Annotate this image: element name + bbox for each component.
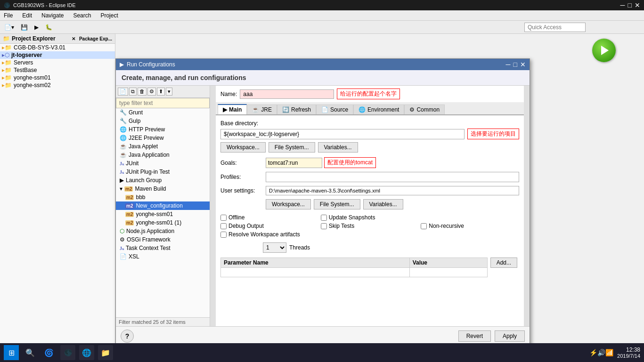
config-item-http[interactable]: 🌐 HTTP Preview bbox=[116, 125, 210, 134]
workspace-btn-1[interactable]: Workspace... bbox=[220, 142, 266, 153]
config-item-yonghe-ssm01-1[interactable]: m2 yonghe-ssm01 (1) bbox=[116, 218, 210, 227]
left-scrollbar[interactable] bbox=[210, 86, 216, 326]
base-directory-input[interactable] bbox=[220, 129, 465, 139]
new-btn[interactable]: 📄▾ bbox=[2, 23, 16, 32]
nodejs-icon: ⬡ bbox=[120, 228, 124, 234]
config-item-new-configuration[interactable]: m2 New_configuration bbox=[116, 201, 210, 210]
config-item-junit-plugin[interactable]: Jᵤ JUnit Plug-in Test bbox=[116, 168, 210, 176]
revert-btn[interactable]: Revert bbox=[458, 330, 491, 342]
tree-item-servers[interactable]: ▸📁 Servers bbox=[0, 59, 115, 66]
dialog-close-icon[interactable]: ✕ bbox=[520, 61, 526, 68]
run-toolbar-btn[interactable]: ▶ bbox=[32, 23, 41, 32]
menu-edit[interactable]: Edit bbox=[20, 11, 34, 20]
yonghe-ssm01-m2-icon: m2 bbox=[125, 212, 134, 217]
filter-btn[interactable]: ⚙ bbox=[147, 88, 156, 96]
tab-jre[interactable]: ☕ JRE bbox=[247, 105, 277, 114]
variables-btn-2[interactable]: Variables... bbox=[363, 199, 403, 209]
tree-item-yonghe1[interactable]: ▸📁 yonghe-ssm01 bbox=[0, 74, 115, 81]
config-item-maven-build[interactable]: ▾ m2 Maven Build bbox=[116, 185, 210, 193]
collapse-btn[interactable]: ⬆ bbox=[157, 88, 165, 96]
tree-item-jt[interactable]: ▸⬡ jt-logserver bbox=[0, 51, 115, 59]
folder-icon-yonghe2: ▸📁 bbox=[2, 82, 12, 88]
start-button[interactable]: ⊞ bbox=[4, 345, 19, 360]
variables-btn-1[interactable]: Variables... bbox=[318, 142, 358, 153]
offline-check[interactable] bbox=[220, 215, 227, 221]
help-btn[interactable]: ? bbox=[121, 330, 134, 343]
config-item-yonghe-ssm01[interactable]: m2 yonghe-ssm01 bbox=[116, 210, 210, 218]
folder-taskbar-btn[interactable]: 📁 bbox=[98, 345, 113, 360]
debug-output-checkbox[interactable]: Debug Output bbox=[220, 223, 319, 229]
chrome-taskbar-btn[interactable]: 🌐 bbox=[79, 345, 94, 360]
sidebar-close-icon[interactable]: ✕ bbox=[72, 36, 75, 41]
delete-config-btn[interactable]: 🗑 bbox=[138, 88, 147, 96]
config-item-java-applet[interactable]: ☕ Java Applet bbox=[116, 142, 210, 151]
right-scrollbar[interactable] bbox=[524, 86, 530, 326]
new-config-btn[interactable]: 📄 bbox=[118, 88, 128, 96]
tab-main[interactable]: ▶ Main bbox=[218, 104, 247, 114]
sidebar-tab2[interactable]: Package Exp... bbox=[79, 36, 112, 41]
minimize-btn[interactable]: ─ bbox=[620, 1, 625, 9]
update-snapshots-checkbox[interactable]: Update Snapshots bbox=[321, 214, 419, 221]
search-taskbar-btn[interactable]: 🔍 bbox=[23, 345, 38, 360]
resolve-workspace-checkbox[interactable]: Resolve Workspace artifacts bbox=[220, 231, 419, 238]
tab-environment[interactable]: 🌐 Environment bbox=[353, 105, 404, 114]
add-param-btn[interactable]: Add... bbox=[490, 257, 517, 268]
debug-output-label: Debug Output bbox=[228, 223, 264, 229]
jre-tab-icon: ☕ bbox=[252, 106, 259, 113]
tab-common[interactable]: ⚙ Common bbox=[404, 105, 445, 114]
duplicate-config-btn[interactable]: ⧉ bbox=[129, 88, 137, 96]
user-settings-row: User settings: bbox=[220, 186, 519, 195]
update-snapshots-check[interactable] bbox=[321, 215, 327, 221]
non-recursive-check[interactable] bbox=[421, 223, 427, 229]
threads-select[interactable]: 1 2 4 bbox=[263, 242, 286, 253]
menu-navigate[interactable]: Navigate bbox=[40, 11, 65, 20]
eclipse-taskbar-btn[interactable]: 🌑 bbox=[60, 345, 75, 360]
tab-source[interactable]: 📄 Source bbox=[316, 105, 353, 114]
menu-project[interactable]: Project bbox=[98, 11, 120, 20]
workspace-btn-2[interactable]: Workspace... bbox=[266, 199, 311, 209]
debug-output-check[interactable] bbox=[220, 223, 227, 229]
config-item-j2ee[interactable]: 🌐 J2EE Preview bbox=[116, 134, 210, 142]
config-item-nodejs[interactable]: ⬡ Node.js Application bbox=[116, 227, 210, 235]
maximize-btn[interactable]: □ bbox=[628, 1, 632, 9]
config-filter-input[interactable] bbox=[116, 98, 210, 108]
skip-tests-check[interactable] bbox=[321, 223, 327, 229]
config-item-task-context[interactable]: Jᵤ Task Context Test bbox=[116, 244, 210, 252]
dialog-body: 📄 ⧉ 🗑 ⚙ ⬆ ▾ 🔧 Grunt 🔧 bbox=[116, 86, 530, 326]
file-system-btn-2[interactable]: File System... bbox=[314, 199, 360, 209]
config-item-bbb[interactable]: m2 bbb bbox=[116, 193, 210, 201]
file-system-btn-1[interactable]: File System... bbox=[269, 142, 315, 153]
config-item-junit[interactable]: Jᵤ JUnit bbox=[116, 159, 210, 168]
tree-item-yonghe2[interactable]: ▸📁 yonghe-ssm02 bbox=[0, 81, 115, 89]
config-item-osgi[interactable]: ⚙ OSGi Framework bbox=[116, 235, 210, 244]
profiles-input[interactable] bbox=[266, 172, 519, 182]
tree-item-testbase[interactable]: ▸📁 TestBase bbox=[0, 66, 115, 74]
save-btn[interactable]: 💾 bbox=[18, 23, 30, 32]
menu-file[interactable]: File bbox=[2, 11, 15, 20]
close-btn[interactable]: ✕ bbox=[635, 1, 640, 9]
expand-btn[interactable]: ▾ bbox=[166, 88, 172, 96]
quick-access-input[interactable] bbox=[524, 23, 586, 32]
tree-item-cgb[interactable]: ▸📁 CGB-DB-SYS-V3.01 bbox=[0, 44, 115, 51]
dialog-maximize-btn[interactable]: □ bbox=[514, 61, 517, 68]
skip-tests-checkbox[interactable]: Skip Tests bbox=[321, 223, 419, 229]
run-button-circle[interactable] bbox=[592, 39, 616, 62]
apply-btn[interactable]: Apply bbox=[495, 330, 525, 342]
cortana-btn[interactable]: 🌀 bbox=[41, 345, 57, 360]
config-item-grunt[interactable]: 🔧 Grunt bbox=[116, 108, 210, 117]
menu-search[interactable]: Search bbox=[71, 11, 93, 20]
config-item-launch-group[interactable]: ▶ Launch Group bbox=[116, 176, 210, 185]
config-item-java-app[interactable]: ☕ Java Application bbox=[116, 151, 210, 159]
config-item-gulp[interactable]: 🔧 Gulp bbox=[116, 117, 210, 125]
name-input[interactable] bbox=[240, 89, 334, 99]
debug-btn[interactable]: 🐛 bbox=[43, 23, 55, 32]
config-item-xsl[interactable]: 📄 XSL bbox=[116, 252, 210, 261]
resolve-workspace-check[interactable] bbox=[220, 232, 227, 238]
offline-checkbox[interactable]: Offline bbox=[220, 214, 319, 221]
goals-input[interactable] bbox=[266, 158, 322, 168]
non-recursive-checkbox[interactable]: Non-recursive bbox=[421, 223, 519, 229]
user-settings-input[interactable] bbox=[266, 186, 519, 195]
dialog-minimize-btn[interactable]: ─ bbox=[506, 61, 511, 68]
tab-refresh[interactable]: 🔄 Refresh bbox=[277, 105, 316, 114]
user-settings-label: User settings: bbox=[220, 187, 263, 194]
